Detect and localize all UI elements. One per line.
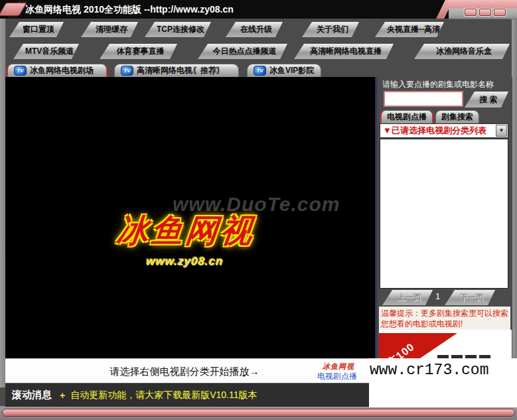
dropdown-arrow-button[interactable]: ▼ <box>496 125 507 137</box>
status-message: 自动更新功能，请大家下载最新版V10.11版本 <box>70 389 257 401</box>
tip-text: 温馨提示：更多剧集搜索里可以搜索您想看的电影或电视剧! <box>379 307 510 330</box>
chevron-down-icon: ▼ <box>499 127 504 133</box>
playback-hint-bar: 请选择右侧电视剧分类开始播放→ 冰鱼网视 电视剧点播 <box>5 358 375 384</box>
hot-vod-button[interactable]: 今日热点点播频道 <box>198 44 287 59</box>
tcp-fix-button[interactable]: TCP连接修改 <box>145 22 211 37</box>
sidebar-tab-vod[interactable]: 电视剧点播 <box>380 110 433 123</box>
tv-icon: TV <box>14 66 27 76</box>
tv-icon: TV <box>121 66 133 76</box>
video-area: www.DuoTe.com 冰鱼网视 www.zy08.cn <box>5 77 375 358</box>
category-dropdown-text: ▼已请选择电视剧分类列表 <box>383 124 486 137</box>
about-button[interactable]: 关于我们 <box>302 22 359 37</box>
tab-label: 冰鱼VIP影院 <box>269 65 314 76</box>
mtv-music-button[interactable]: MTV音乐频道 <box>13 44 79 59</box>
title-bar: 冰鱼网络电视 2010全功能版 --http://www.zy08.cn <box>0 0 517 19</box>
prev-page-button[interactable]: 上一页 <box>382 290 433 305</box>
minimize-button[interactable] <box>465 9 477 16</box>
tab-tv-theater[interactable]: TV 冰鱼网络电视剧场 <box>7 64 108 77</box>
status-plus: + <box>60 390 65 401</box>
site-watermark: www.cr173.com <box>370 362 488 379</box>
status-label: 滚动消息 <box>12 389 52 401</box>
logo-url: www.zy08.cn <box>145 255 224 268</box>
online-update-button[interactable]: 在线升级 <box>226 22 283 37</box>
window-frame-accent <box>2 409 515 417</box>
search-label: 请输入要点播的剧集或电影名称 <box>382 79 494 90</box>
brand-logo: 冰鱼网视 <box>323 362 354 372</box>
clear-cache-button[interactable]: 清理缓存 <box>81 22 138 37</box>
category-dropdown[interactable]: ▼已请选择电视剧分类列表 ▼ <box>380 123 508 138</box>
window-frame-right <box>512 0 517 387</box>
sidebar-tab-search[interactable]: 剧集搜索 <box>435 110 479 123</box>
page-number: 1 <box>435 291 440 301</box>
app-logo: 冰鱼网视 <box>115 210 258 252</box>
search-input-frame <box>384 91 463 107</box>
dropdown-marker: ▼ <box>383 125 392 135</box>
next-page-button[interactable]: 下一页 <box>445 290 495 305</box>
cctv-live-button[interactable]: 央视直播--高清 <box>375 22 444 37</box>
category-list[interactable] <box>380 139 508 289</box>
site-watermark-box: www.cr173.com <box>369 358 517 407</box>
sports-live-button[interactable]: 体育赛事直播 <box>100 44 177 59</box>
search-input[interactable] <box>385 92 462 105</box>
tab-hd-recommend[interactable]: TV 高清晰网络电视〖推荐〗 <box>114 64 239 77</box>
window-controls <box>449 0 517 19</box>
playback-hint: 请选择右侧电视剧分类开始播放→ <box>45 359 324 384</box>
brand-vod-link[interactable]: 电视剧点播 <box>317 371 357 382</box>
hd-live-button[interactable]: 高清晰网络电视直播 <box>294 44 394 59</box>
restore-button[interactable] <box>479 9 491 16</box>
close-button[interactable] <box>494 9 506 16</box>
tab-vip-cinema[interactable]: TV 冰鱼VIP影院 <box>247 64 321 77</box>
sidebar: 请输入要点播的剧集或电影名称 搜 索 电视剧点播 剧集搜索 ▼已请选择电视剧分类… <box>378 77 512 406</box>
tv-icon: TV <box>254 66 266 76</box>
music-box-button[interactable]: 冰渔网络音乐盒 <box>414 44 510 59</box>
app-logo-ornament <box>0 3 27 16</box>
tab-label: 高清晰网络电视〖推荐〗 <box>137 65 224 76</box>
topmost-button[interactable]: 窗口置顶 <box>9 22 64 37</box>
window-title: 冰鱼网络电视 2010全功能版 --http://www.zy08.cn <box>25 0 234 19</box>
status-bar: 滚动消息 + 自动更新功能，请大家下载最新版V10.11版本 <box>5 383 375 407</box>
tab-label: 冰鱼网络电视剧场 <box>30 65 94 76</box>
pagination: 上一页 1 下一页 <box>378 290 512 306</box>
search-button[interactable]: 搜 索 <box>465 92 508 107</box>
